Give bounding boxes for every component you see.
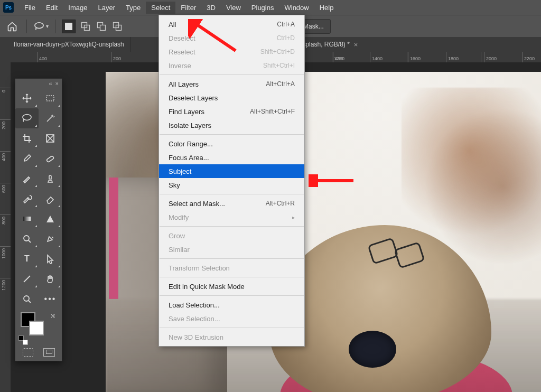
intersect-selection-button[interactable]: [111, 21, 123, 32]
menu-item-edit-in-quick-mask-mode[interactable]: Edit in Quick Mask Mode: [159, 279, 304, 293]
menu-item-find-layers[interactable]: Find LayersAlt+Shift+Ctrl+F: [159, 105, 304, 118]
menu-item-save-selection: Save Selection...: [159, 312, 304, 325]
menu-item-inverse: InverseShift+Ctrl+I: [159, 59, 304, 72]
pen-tool[interactable]: [39, 229, 62, 249]
marquee-tool[interactable]: [39, 88, 62, 108]
menu-item-grow: Grow: [159, 229, 304, 242]
dodge-tool[interactable]: [15, 229, 39, 249]
color-swatches[interactable]: ⤭: [15, 309, 62, 345]
zoom-tool[interactable]: [15, 289, 39, 309]
svg-point-14: [24, 296, 29, 301]
tools-panel: « × T••• ⤭: [15, 78, 62, 361]
blur-tool[interactable]: [39, 209, 62, 229]
menu-3d[interactable]: 3D: [201, 2, 221, 14]
menu-plugins[interactable]: Plugins: [246, 2, 279, 14]
svg-rect-7: [46, 96, 54, 101]
menu-file[interactable]: File: [19, 2, 41, 14]
menu-help[interactable]: Help: [314, 2, 339, 14]
line-tool[interactable]: [15, 269, 39, 289]
chevron-down-icon: ▾: [46, 23, 49, 29]
menu-item-load-selection[interactable]: Load Selection...: [159, 298, 304, 312]
menu-layer[interactable]: Layer: [93, 2, 121, 14]
menu-item-transform-selection: Transform Selection: [159, 261, 304, 275]
gradient-tool[interactable]: [15, 209, 39, 229]
subtract-from-selection-button[interactable]: [96, 21, 107, 32]
separator: [55, 20, 55, 33]
menu-item-sky[interactable]: Sky: [159, 178, 304, 192]
menu-item-similar: Similar: [159, 242, 304, 256]
select-menu-dropdown: AllCtrl+ADeselectCtrl+DReselectShift+Ctr…: [158, 15, 305, 347]
eyedropper-tool[interactable]: [15, 148, 39, 169]
eraser-tool[interactable]: [39, 189, 62, 209]
menu-item-subject[interactable]: Subject: [159, 164, 304, 178]
menu-select[interactable]: Select: [146, 2, 175, 14]
svg-point-0: [35, 22, 43, 28]
edit-toolbar[interactable]: •••: [39, 289, 62, 309]
brush-tool[interactable]: [15, 169, 39, 189]
svg-rect-4: [100, 25, 106, 30]
svg-line-15: [193, 22, 236, 51]
hand-tool[interactable]: [39, 269, 62, 289]
lasso-mode-selector[interactable]: ▾: [33, 22, 49, 31]
close-icon[interactable]: ×: [55, 80, 59, 87]
menu-view[interactable]: View: [221, 2, 246, 14]
move-tool[interactable]: [15, 88, 39, 108]
crop-tool[interactable]: [15, 128, 39, 148]
ruler-vertical: 020040060080010001200: [0, 62, 11, 392]
home-button[interactable]: [4, 18, 20, 34]
menu-edit[interactable]: Edit: [41, 2, 63, 14]
menu-type[interactable]: Type: [120, 2, 146, 14]
svg-rect-10: [46, 156, 54, 163]
collapse-icon[interactable]: «: [49, 80, 52, 87]
add-to-selection-button[interactable]: [80, 21, 91, 32]
menu-item-focus-area[interactable]: Focus Area...: [159, 151, 304, 164]
new-selection-button[interactable]: [62, 20, 76, 33]
separator: [26, 20, 27, 33]
background-color[interactable]: [29, 321, 44, 335]
menu-image[interactable]: Image: [63, 2, 92, 14]
annotation-arrow: [188, 19, 241, 56]
quick-mask-toggle[interactable]: [23, 348, 33, 357]
healing-brush-tool[interactable]: [39, 148, 62, 169]
menu-item-select-and-mask[interactable]: Select and Mask...Alt+Ctrl+R: [159, 197, 304, 210]
menu-item-modify: Modify▸: [159, 210, 304, 224]
history-brush-tool[interactable]: [15, 189, 39, 209]
menu-item-deselect-layers[interactable]: Deselect Layers: [159, 91, 304, 105]
document-tab-label: florian-van-duyn-pXToxwjqIiQ-unsplash: [14, 41, 124, 48]
screen-mode-button[interactable]: [43, 348, 55, 357]
menu-item-new-3d-extrusion: New 3D Extrusion: [159, 330, 304, 344]
svg-line-13: [24, 276, 30, 282]
lasso-tool[interactable]: [15, 108, 39, 128]
magic-wand-tool[interactable]: [39, 108, 62, 128]
menubar: Ps FileEditImageLayerTypeSelectFilter3DV…: [0, 0, 541, 15]
menu-item-all-layers[interactable]: All LayersAlt+Ctrl+A: [159, 77, 304, 91]
document-tab[interactable]: florian-van-duyn-pXToxwjqIiQ-unsplash: [7, 37, 131, 52]
app-logo: Ps: [3, 2, 14, 13]
menu-item-isolate-layers[interactable]: Isolate Layers: [159, 118, 304, 132]
default-colors-icon[interactable]: [18, 335, 26, 343]
clone-stamp-tool[interactable]: [39, 169, 62, 189]
svg-rect-11: [23, 217, 31, 221]
menu-window[interactable]: Window: [279, 2, 314, 14]
menu-item-color-range[interactable]: Color Range...: [159, 137, 304, 151]
svg-point-12: [24, 236, 29, 241]
path-selection-tool[interactable]: [39, 249, 62, 269]
swap-colors-icon[interactable]: ⤭: [50, 312, 55, 320]
menu-filter[interactable]: Filter: [175, 2, 201, 14]
type-tool[interactable]: T: [15, 249, 39, 269]
close-icon[interactable]: ×: [354, 41, 358, 49]
annotation-arrow: [309, 174, 356, 187]
frame-tool[interactable]: [39, 128, 62, 148]
